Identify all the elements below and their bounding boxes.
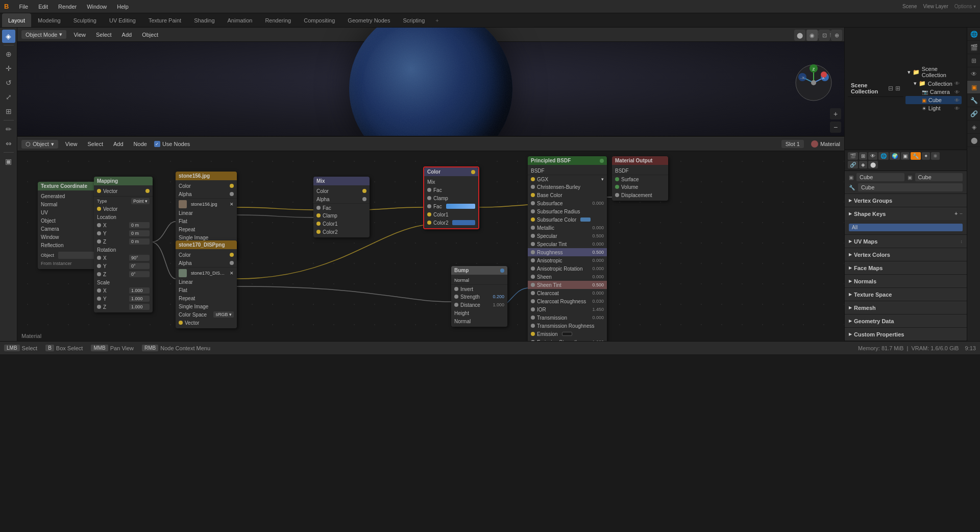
viewport-3d[interactable]: Object Mode ▾ View Select Add Object Glo… (17, 28, 844, 137)
object-name-field[interactable]: Cube (858, 183, 963, 191)
menu-render[interactable]: Render (54, 3, 81, 11)
vertex-groups-header[interactable]: ▸ Vertex Groups (845, 194, 967, 207)
tool-cursor[interactable]: ⊕ (2, 47, 15, 61)
prop-icon-object[interactable]: ▣ (901, 152, 910, 160)
tool-rotate[interactable]: ↺ (2, 76, 15, 89)
tab-shading[interactable]: Shading (188, 13, 220, 27)
viewport-add-menu[interactable]: Add (119, 31, 135, 39)
zoom-in-btn[interactable]: + (830, 108, 841, 119)
node-editor-mode[interactable]: ⬡ Object ▾ (21, 140, 58, 149)
viewport-view-menu[interactable]: View (70, 31, 89, 39)
geometry-data-header[interactable]: ▸ Geometry Data (845, 315, 967, 327)
node-mix-1[interactable]: Mix Color Alpha Fac (313, 177, 370, 237)
prop-icon-output[interactable]: ⊞ (859, 152, 867, 160)
outliner-cube[interactable]: ▣ Cube 👁 (905, 96, 962, 104)
object-mode-button[interactable]: Object Mode ▾ (21, 30, 66, 39)
outliner-scene-collection[interactable]: ▾📁Scene Collection (905, 65, 962, 79)
tab-layout[interactable]: Layout (2, 13, 31, 27)
node-mapping[interactable]: Mapping Vector Type Point ▾ Vector (94, 177, 153, 312)
tool-move[interactable]: ✛ (2, 62, 15, 75)
tab-modeling[interactable]: Modeling (32, 13, 67, 27)
viewport-object-menu[interactable]: Object (139, 31, 161, 39)
material-name-field[interactable]: Cube (856, 173, 904, 181)
slot-dropdown[interactable]: Slot 1 (781, 140, 804, 148)
prop-icon-data[interactable]: ◈ (859, 161, 867, 168)
node-editor[interactable]: ⬡ Object ▾ View Select Add Node ✓ Use No… (17, 137, 844, 341)
node-view-menu[interactable]: View (62, 140, 81, 148)
tool-annotate[interactable]: ✏ (2, 123, 15, 136)
menu-window[interactable]: Window (83, 3, 111, 11)
viewport-shading-solid[interactable]: ⬤ (794, 30, 805, 41)
shape-keys-header[interactable]: ▸ Shape Keys + − (845, 207, 967, 220)
node-canvas[interactable]: Texture Coordinate Generated Normal UV O… (17, 151, 844, 341)
uv-maps-header[interactable]: ▸ UV Maps ↕ (845, 235, 967, 248)
prop-icon-view[interactable]: 👁 (868, 152, 877, 160)
props-icon-output-btn[interactable]: ⊞ (967, 54, 980, 67)
zoom-out-btn[interactable]: − (830, 122, 841, 133)
props-icon-scene-btn[interactable]: 🌐 (967, 28, 980, 41)
menu-help[interactable]: Help (113, 3, 133, 11)
prop-icon-particles[interactable]: ✦ (922, 152, 930, 160)
props-icon-view-btn[interactable]: 👁 (967, 67, 980, 81)
viewport-shading-rendered[interactable]: ◉ (806, 30, 818, 41)
node-bump[interactable]: Bump Normal Invert Strength 0.200 (451, 266, 507, 327)
node-select-menu[interactable]: Select (84, 140, 106, 148)
tool-scale[interactable]: ⤢ (2, 90, 15, 104)
node-image-texture-2[interactable]: stone170_DISPpng Color Alpha (176, 240, 237, 328)
shape-keys-all-label[interactable]: All (849, 224, 963, 231)
tool-transform[interactable]: ⊞ (2, 105, 15, 118)
prop-icon-constraints[interactable]: 🔗 (848, 161, 858, 168)
outliner-camera[interactable]: 📷 Camera 👁 (905, 88, 962, 96)
props-icon-modifier-btn[interactable]: 🔧 (967, 94, 980, 107)
add-workspace-button[interactable]: + (431, 13, 443, 27)
outliner-options-btn[interactable]: ⊞ (895, 85, 900, 92)
prop-icon-scene[interactable]: 🌐 (878, 152, 889, 160)
prop-icon-material[interactable]: ⬤ (868, 161, 878, 168)
face-maps-header[interactable]: ▸ Face Maps (845, 261, 967, 274)
menu-file[interactable]: File (15, 3, 32, 11)
props-icon-constraints-btn[interactable]: 🔗 (967, 107, 980, 120)
node-node-menu[interactable]: Node (131, 140, 150, 148)
custom-properties-header[interactable]: ▸ Custom Properties (845, 328, 967, 341)
menu-edit[interactable]: Edit (34, 3, 52, 11)
viewport-canvas[interactable]: X -X Z + − (17, 42, 844, 136)
tab-sculpting[interactable]: Sculpting (67, 13, 103, 27)
tab-geometry-nodes[interactable]: Geometry Nodes (341, 13, 396, 27)
props-icon-data-btn[interactable]: ◈ (967, 120, 980, 134)
tab-compositing[interactable]: Compositing (298, 13, 341, 27)
props-icon-render-btn[interactable]: 🎬 (967, 41, 980, 54)
prop-icon-physics[interactable]: ⚛ (931, 152, 940, 160)
outliner-light[interactable]: ☀ Light 👁 (905, 104, 962, 112)
viewport-overlay-toggle[interactable]: ⊡ (819, 30, 830, 41)
mesh-name-field[interactable]: Cube (915, 173, 963, 181)
node-color-selected[interactable]: Color Mix Fac Clamp (423, 166, 479, 229)
tool-add-cube[interactable]: ▣ (2, 155, 15, 168)
tab-rendering[interactable]: Rendering (259, 13, 297, 27)
prop-icon-world[interactable]: 🌍 (890, 152, 900, 160)
tab-animation[interactable]: Animation (222, 13, 259, 27)
node-material-output[interactable]: Material Output BSDF Surface Volume (612, 156, 668, 201)
viewport-select-menu[interactable]: Select (93, 31, 115, 39)
tool-select[interactable]: ◈ (2, 30, 15, 43)
outliner-collection[interactable]: ▾📁Collection 👁 (905, 79, 962, 88)
prop-icon-modifier[interactable]: 🔧 (911, 152, 921, 160)
node-principled-bsdf[interactable]: Principled BSDF BSDF GGX ▾ Christensen-B… (528, 156, 607, 341)
prop-icon-render[interactable]: 🎬 (848, 152, 858, 160)
vertex-colors-header[interactable]: ▸ Vertex Colors (845, 248, 967, 261)
texture-space-header[interactable]: ▸ Texture Space (845, 288, 967, 301)
remesh-header[interactable]: ▸ Remesh (845, 301, 967, 314)
props-icon-material-btn[interactable]: ⬤ (967, 134, 980, 147)
tab-uv-editing[interactable]: UV Editing (103, 13, 142, 27)
use-nodes-checkbox[interactable]: ✓ (154, 141, 160, 147)
tab-texture-paint[interactable]: Texture Paint (142, 13, 187, 27)
shape-keys-add[interactable]: + (954, 211, 958, 216)
outliner-filter-btn[interactable]: ⊟ (888, 85, 893, 92)
viewport-gizmo-toggle[interactable]: ⊕ (831, 30, 842, 41)
tab-scripting[interactable]: Scripting (397, 13, 431, 27)
navigation-gizmo[interactable]: X -X Z (793, 62, 834, 103)
tool-measure[interactable]: ⇔ (2, 137, 15, 150)
props-icon-object-btn[interactable]: ▣ (967, 81, 980, 94)
shape-keys-remove[interactable]: − (960, 211, 963, 216)
normals-header[interactable]: ▸ Normals (845, 275, 967, 287)
node-add-menu[interactable]: Add (110, 140, 127, 148)
